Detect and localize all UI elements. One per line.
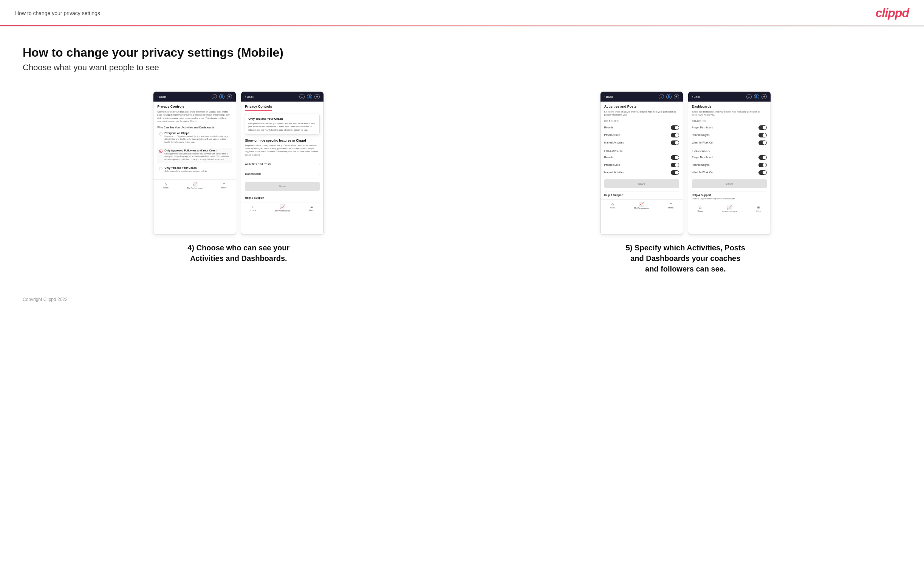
everyone-option[interactable]: Everyone on Clippd Everyone on Clippd ca… (157, 130, 232, 145)
manual-activities-followers-toggle[interactable]: Manual Activities (604, 169, 679, 176)
rounds-coaches-toggle[interactable]: Rounds (604, 124, 679, 131)
only-you-coach-radio[interactable] (159, 167, 163, 170)
performance-nav-item4[interactable]: 📈 My Performance (722, 205, 737, 213)
menu-icon: ≡ (223, 182, 225, 186)
practice-drills-coaches-toggle[interactable]: Practice Drills (604, 131, 679, 139)
privacy-controls-tab[interactable]: Privacy Controls (245, 105, 272, 108)
home-nav-item2[interactable]: ⌂ Home (250, 204, 256, 212)
what-to-work-on-coaches-toggle[interactable]: What To Work On (692, 139, 767, 147)
practice-drills-coaches-switch[interactable] (671, 133, 679, 137)
activities-posts-chevron: › (318, 162, 320, 166)
only-you-coach-option[interactable]: Only You and Your Coach Only you and the… (157, 165, 232, 174)
left-screenshots-wrapper: ‹ Back ⌕ 👤 ⊕ Privacy Controls Control ho… (23, 91, 455, 264)
screen4-back-button[interactable]: ‹ Back (692, 95, 700, 98)
approved-followers-radio[interactable] (159, 150, 163, 153)
screen1-back-button[interactable]: ‹ Back (157, 95, 166, 98)
what-to-work-on-followers-label: What To Work On (692, 171, 713, 174)
rounds-followers-toggle[interactable]: Rounds (604, 154, 679, 161)
screen2-back-button[interactable]: ‹ Back (245, 95, 253, 98)
screen3-content: Activities and Posts Select the types of… (601, 102, 683, 199)
save-button-4[interactable]: Save (692, 179, 767, 188)
activities-posts-row[interactable]: Activities and Posts › (245, 160, 320, 169)
home-nav-item4[interactable]: ⌂ Home (698, 205, 703, 213)
settings-icon4[interactable]: ⊕ (761, 94, 767, 99)
caption-4: 4) Choose who can see your Activities an… (178, 242, 299, 264)
rounds-coaches-switch[interactable] (671, 126, 679, 130)
dashboards-row[interactable]: Dashboards › (245, 169, 320, 179)
everyone-radio[interactable] (159, 132, 163, 135)
practice-drills-followers-toggle[interactable]: Practice Drills (604, 161, 679, 169)
player-dashboard-coaches-knob (762, 126, 766, 129)
save-button-2[interactable]: Save (245, 182, 320, 191)
menu-nav-item2[interactable]: ≡ Menu (309, 204, 314, 212)
screen-3-mockup: ‹ Back ⌕ 👤 ⊕ Activities and Posts Select… (600, 91, 683, 235)
home-label2: Home (250, 209, 256, 211)
performance-nav-item[interactable]: 📈 My Performance (187, 182, 203, 189)
home-nav-item3[interactable]: ⌂ Home (610, 201, 615, 209)
screen3-back-button[interactable]: ‹ Back (604, 95, 612, 98)
rounds-followers-switch[interactable] (671, 155, 679, 160)
manual-activities-followers-switch[interactable] (671, 170, 679, 175)
player-dashboard-coaches-toggle[interactable]: Player Dashboard (692, 124, 767, 131)
help-support-2: Help & Support (245, 194, 320, 199)
what-to-work-on-followers-knob (762, 171, 766, 174)
home-nav-item[interactable]: ⌂ Home (163, 182, 168, 189)
round-insights-coaches-label: Round Insights (692, 134, 710, 136)
page-subtitle: Choose what you want people to see (23, 63, 901, 73)
person-icon3[interactable]: 👤 (666, 94, 672, 99)
search-icon2[interactable]: ⌕ (299, 94, 305, 99)
activities-posts-label: Activities and Posts (245, 162, 271, 166)
approved-followers-title: Only Approved Followers and Your Coach (165, 149, 230, 152)
performance-icon4: 📈 (727, 205, 732, 210)
settings-icon[interactable]: ⊕ (227, 94, 232, 99)
approved-followers-desc: Only approved followers and coaches you … (165, 153, 230, 161)
settings-icon2[interactable]: ⊕ (314, 94, 320, 99)
search-icon[interactable]: ⌕ (212, 94, 217, 99)
performance-nav-item2[interactable]: 📈 My Performance (275, 204, 290, 212)
performance-icon2: 📈 (280, 204, 285, 209)
who-can-see-label: Who Can See Your Activities and Dashboar… (157, 126, 232, 129)
what-to-work-on-followers-toggle[interactable]: What To Work On (692, 169, 767, 176)
screen3-topbar: ‹ Back ⌕ 👤 ⊕ (601, 92, 683, 102)
search-icon3[interactable]: ⌕ (659, 94, 664, 99)
menu-nav-item3[interactable]: ≡ Menu (668, 201, 674, 209)
person-icon4[interactable]: 👤 (754, 94, 759, 99)
menu-nav-item[interactable]: ≡ Menu (221, 182, 227, 189)
screen-4-mockup: ‹ Back ⌕ 👤 ⊕ Dashboards Select the dashb… (688, 91, 771, 235)
practice-drills-followers-knob (675, 163, 679, 167)
what-to-work-on-coaches-switch[interactable] (758, 140, 767, 145)
back-chevron-icon2: ‹ (245, 95, 246, 98)
performance-label3: My Performance (634, 207, 649, 209)
settings-icon3[interactable]: ⊕ (674, 94, 679, 99)
round-insights-followers-toggle[interactable]: Round Insights (692, 161, 767, 169)
approved-followers-option[interactable]: Only Approved Followers and Your Coach O… (157, 148, 232, 163)
round-insights-coaches-switch[interactable] (758, 133, 767, 137)
menu-nav-item4[interactable]: ≡ Menu (756, 205, 761, 213)
coaches-label-4: COACHES (692, 120, 767, 122)
person-icon2[interactable]: 👤 (307, 94, 312, 99)
player-dashboard-followers-switch[interactable] (758, 155, 767, 160)
copyright-text: Copyright Clippd 2022 (23, 297, 901, 309)
manual-activities-followers-label: Manual Activities (604, 171, 624, 174)
dashboards-title: Dashboards (692, 105, 767, 108)
player-dashboard-followers-toggle[interactable]: Player Dashboard (692, 154, 767, 161)
only-you-coach-text: Only You and Your Coach Only you and the… (165, 166, 230, 173)
player-dashboard-coaches-switch[interactable] (758, 126, 767, 130)
manual-activities-coaches-switch[interactable] (671, 140, 679, 145)
round-insights-coaches-toggle[interactable]: Round Insights (692, 131, 767, 139)
practice-drills-followers-switch[interactable] (671, 163, 679, 167)
what-to-work-on-coaches-knob (762, 141, 766, 145)
what-to-work-on-followers-switch[interactable] (758, 170, 767, 175)
performance-nav-item3[interactable]: 📈 My Performance (634, 201, 649, 209)
caption5-text: 5) Specify which Activities, Posts and D… (625, 242, 746, 274)
manual-activities-coaches-toggle[interactable]: Manual Activities (604, 139, 679, 147)
home-label4: Home (698, 210, 703, 212)
screen2-icons: ⌕ 👤 ⊕ (299, 94, 320, 99)
logo: clippd (876, 6, 909, 20)
round-insights-followers-switch[interactable] (758, 163, 767, 167)
person-icon[interactable]: 👤 (219, 94, 225, 99)
save-button-3[interactable]: Save (604, 179, 679, 188)
search-icon4[interactable]: ⌕ (746, 94, 752, 99)
activities-posts-desc: Select the types of activity that you'd … (604, 110, 679, 117)
screen4-content: Dashboards Select the dashboards that yo… (688, 102, 771, 203)
